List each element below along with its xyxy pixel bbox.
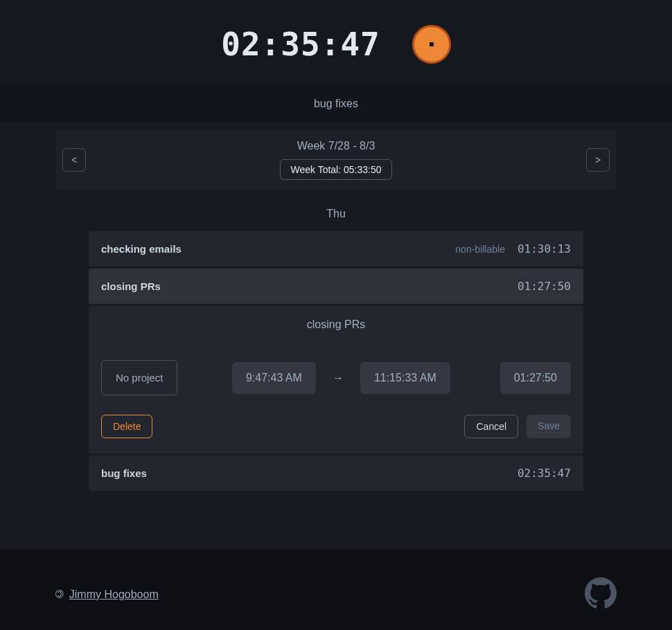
entries-list: checking emails non-billable 01:30:13 cl…	[89, 231, 583, 491]
footer: © Jimmy Hogoboom	[0, 550, 672, 630]
entry-duration: 01:27:50	[518, 280, 571, 293]
entry-editor: closing PRs No project 9:47:43 AM → 11:1…	[89, 306, 583, 453]
time-entry[interactable]: closing PRs 01:27:50	[89, 269, 583, 304]
credit: © Jimmy Hogoboom	[55, 588, 159, 601]
github-icon[interactable]	[585, 577, 617, 612]
main-content: < Week 7/28 - 8/3 Week Total: 05:33:50 >…	[0, 123, 672, 550]
entry-duration: 02:35:47	[518, 467, 571, 480]
author-link[interactable]: Jimmy Hogoboom	[69, 588, 159, 601]
stop-icon	[430, 42, 434, 46]
timer-header: 02:35:47	[0, 0, 672, 84]
start-time-field[interactable]: 9:47:43 AM	[232, 362, 316, 394]
elapsed-timer: 02:35:47	[221, 26, 380, 63]
week-total-button[interactable]: Week Total: 05:33:50	[280, 159, 391, 180]
copyleft-icon: ©	[55, 588, 64, 601]
entry-title: closing PRs	[101, 280, 161, 292]
week-range-label: Week 7/28 - 8/3	[86, 140, 586, 152]
entry-title: checking emails	[101, 243, 182, 255]
end-time-field[interactable]: 11:15:33 AM	[360, 362, 450, 394]
stop-button[interactable]	[412, 25, 451, 64]
non-billable-badge: non-billable	[455, 244, 505, 255]
active-task-strip: bug fixes	[0, 84, 672, 123]
next-week-button[interactable]: >	[586, 148, 610, 172]
week-center: Week 7/28 - 8/3 Week Total: 05:33:50	[86, 140, 586, 180]
delete-button[interactable]: Delete	[101, 415, 152, 438]
time-entry[interactable]: checking emails non-billable 01:30:13	[89, 231, 583, 267]
save-button[interactable]: Save	[527, 415, 571, 438]
entry-duration: 01:30:13	[518, 242, 571, 255]
cancel-button[interactable]: Cancel	[464, 415, 518, 438]
day-header: Thu	[55, 190, 617, 231]
time-entry[interactable]: bug fixes 02:35:47	[89, 456, 583, 491]
project-select-button[interactable]: No project	[101, 360, 177, 395]
duration-field[interactable]: 01:27:50	[500, 362, 571, 394]
prev-week-button[interactable]: <	[62, 148, 86, 172]
week-navigator: < Week 7/28 - 8/3 Week Total: 05:33:50 >	[55, 130, 617, 190]
active-task-label: bug fixes	[0, 85, 672, 123]
arrow-right-icon: →	[333, 372, 344, 384]
entry-title: bug fixes	[101, 467, 147, 479]
editor-title: closing PRs	[89, 306, 583, 343]
